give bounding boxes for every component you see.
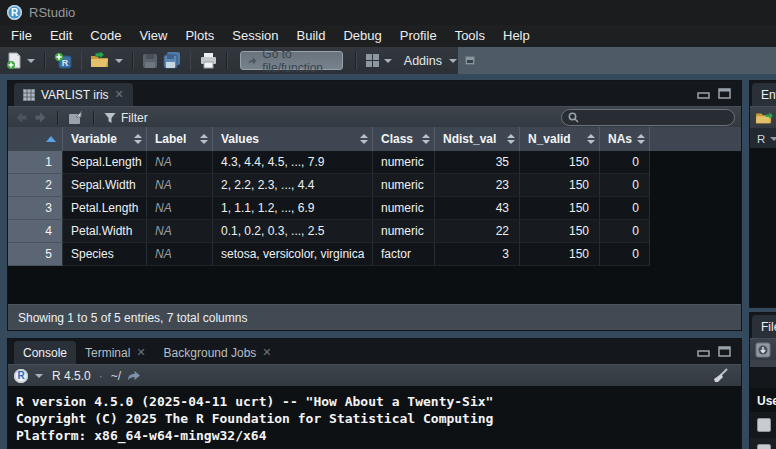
file-checkbox[interactable] [757,418,771,432]
menu-item-debug[interactable]: Debug [334,25,390,47]
menu-item-view[interactable]: View [130,25,176,47]
menu-item-profile[interactable]: Profile [391,25,446,47]
table-cell: Sepal.Length [63,151,147,174]
table-cell: NA [147,220,213,243]
close-icon[interactable]: ✕ [262,347,271,358]
column-header-ndist_val[interactable]: Ndist_val [435,127,520,151]
tab-label: Terminal [85,346,130,360]
files-heading: Users [750,388,776,408]
files-tabstrip: Files [750,313,776,338]
tab-label: Background Jobs [164,346,257,360]
close-icon[interactable]: ✕ [136,347,145,358]
r-version-icon: R [14,369,28,383]
menu-item-tools[interactable]: Tools [446,25,494,47]
table-cell: 22 [435,220,520,243]
console-output[interactable]: R version 4.5.0 (2025-04-11 ucrt) -- "Ho… [8,386,741,448]
table-search-input[interactable] [561,109,735,126]
environment-language-selector[interactable]: R [750,128,776,149]
maximize-icon[interactable] [718,88,731,99]
table-cell: numeric [373,151,435,174]
print-icon [199,52,218,69]
table-cell: 2, 2.2, 2.3, ..., 4.4 [213,174,373,197]
column-header-values[interactable]: Values [213,127,373,151]
table-cell: numeric [373,197,435,220]
close-icon[interactable]: ✕ [115,89,124,100]
back-icon[interactable] [14,111,28,124]
forward-icon[interactable] [34,111,48,124]
table-cell: 0 [600,243,650,266]
column-header-label: N_valid [528,132,571,146]
save-button[interactable] [142,53,158,69]
open-file-button[interactable] [90,52,124,69]
table-cell: 4 [8,220,63,243]
column-header-variable[interactable]: Variable [63,127,147,151]
table-row[interactable]: 1Sepal.LengthNA4.3, 4.4, 4.5, ..., 7.9nu… [8,151,741,174]
load-workspace-folder-icon[interactable] [755,110,774,125]
pane-layout-button[interactable] [365,53,393,68]
tab-background-jobs[interactable]: Background Jobs✕ [155,341,281,364]
column-header-nas[interactable]: NAs [600,127,650,151]
table-cell: NA [147,174,213,197]
goto-arrow-icon [247,54,257,67]
tab-console[interactable]: Console [14,341,76,364]
files-path-strip [750,360,776,367]
popout-icon[interactable] [68,111,84,125]
table-status-bar: Showing 1 to 5 of 5 entries, 7 total col… [8,304,741,330]
svg-text:R: R [61,57,68,67]
column-header-rownum[interactable] [8,127,63,151]
new-file-button[interactable] [6,52,36,70]
filter-button[interactable]: Filter [104,111,148,125]
table-cell: numeric [373,220,435,243]
table-row[interactable]: 4Petal.WidthNA0.1, 0.2, 0.3, ..., 2.5num… [8,220,741,243]
table-cell: NA [147,151,213,174]
column-header-label: NAs [608,132,632,146]
addins-button[interactable]: Addins [398,54,458,68]
tab-terminal[interactable]: Terminal✕ [76,341,155,364]
r-version-label[interactable]: R 4.5.0 [52,369,91,383]
column-header-label[interactable]: Label [147,127,213,151]
save-all-button[interactable] [163,52,182,69]
table-cell: 0 [600,220,650,243]
files-content: Users [750,388,776,448]
table-row[interactable]: 3Petal.LengthNA1, 1.1, 1.2, ..., 6.9nume… [8,197,741,220]
menu-item-build[interactable]: Build [288,25,335,47]
file-row[interactable] [750,412,776,438]
goto-file-function-input[interactable]: Go to file/function [240,51,343,70]
goto-directory-icon[interactable] [127,370,141,381]
varlist-table: VariableLabelValuesClassNdist_valN_valid… [8,127,741,305]
sort-arrows-icon [134,134,142,144]
maximize-icon[interactable] [718,346,731,357]
menu-item-code[interactable]: Code [81,25,130,47]
chevron-down-icon [384,59,392,63]
menu-item-edit[interactable]: Edit [41,25,81,47]
tab-environment[interactable]: Environment [752,83,776,106]
new-project-icon: R [54,52,73,70]
column-header-n_valid[interactable]: N_valid [520,127,600,151]
minimize-icon[interactable] [697,88,710,99]
files-action-icon[interactable] [755,342,771,358]
table-header-row: VariableLabelValuesClassNdist_valN_valid… [8,127,741,151]
menu-item-file[interactable]: File [2,25,41,47]
table-cell: NA [147,197,213,220]
varlist-toolbar: Filter [8,106,741,128]
save-icon [142,53,158,69]
tab-varlist-iris[interactable]: VARLIST iris ✕ [14,83,133,106]
sort-arrows-icon [587,134,595,144]
minimize-icon[interactable] [697,346,710,357]
new-project-button[interactable]: R [54,52,73,70]
menu-item-help[interactable]: Help [494,25,539,47]
table-cell: 0 [600,197,650,220]
menu-item-plots[interactable]: Plots [176,25,223,47]
clear-console-broom-icon[interactable] [712,368,729,383]
table-cell: 150 [520,243,600,266]
chevron-down-icon[interactable] [35,374,43,378]
menu-item-session[interactable]: Session [223,25,287,47]
table-row[interactable]: 5SpeciesNAsetosa, versicolor, virginicaf… [8,243,741,266]
table-row[interactable]: 2Sepal.WidthNA2, 2.2, 2.3, ..., 4.4numer… [8,174,741,197]
file-row[interactable] [750,438,776,449]
print-button[interactable] [199,52,218,69]
file-checkbox[interactable] [757,444,771,449]
sort-arrows-icon [360,134,368,144]
tab-files[interactable]: Files [752,315,776,338]
column-header-class[interactable]: Class [373,127,435,151]
